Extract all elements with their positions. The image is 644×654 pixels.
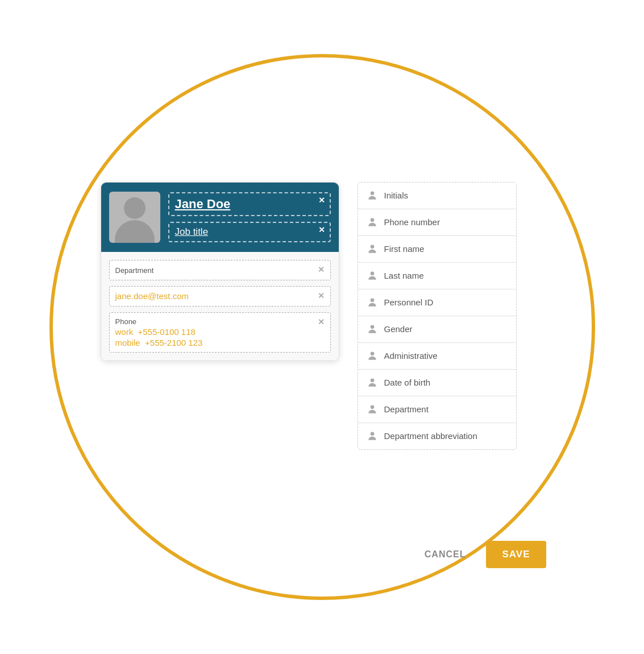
avatar-body — [115, 220, 155, 243]
person-icon — [366, 430, 379, 442]
svg-point-9 — [370, 432, 374, 436]
email-field[interactable]: jane.doe@test.com ✕ — [109, 286, 331, 307]
person-icon — [366, 350, 379, 362]
phone-work: work +555-0100 118 — [115, 327, 314, 337]
field-option-department-abbreviation[interactable]: Department abbreviation — [358, 423, 516, 449]
name-close-icon[interactable]: ✕ — [318, 196, 325, 205]
person-icon — [366, 323, 379, 336]
job-title-field[interactable]: Job title ✕ — [168, 222, 331, 242]
svg-point-1 — [370, 218, 374, 222]
name-text: Jane Doe — [175, 197, 231, 211]
field-option-phone-number[interactable]: Phone number — [358, 209, 516, 236]
person-icon — [366, 216, 379, 229]
outer-circle: Jane Doe ✕ Job title ✕ Department ✕ jane… — [49, 54, 595, 600]
department-close-icon[interactable]: ✕ — [318, 265, 325, 274]
fields-panel: Initials Phone number First name Last na… — [358, 182, 517, 450]
phone-label: Phone — [115, 317, 314, 326]
phone-work-prefix: work — [115, 327, 134, 337]
avatar-head — [124, 197, 146, 219]
cancel-button[interactable]: CANCEL — [413, 543, 477, 566]
svg-point-7 — [370, 378, 374, 382]
field-option-first-name[interactable]: First name — [358, 236, 516, 263]
phone-values: work +555-0100 118 mobile +555-2100 123 — [115, 327, 314, 347]
svg-point-0 — [370, 191, 374, 195]
bottom-bar: CANCEL SAVE — [413, 541, 546, 568]
svg-point-2 — [370, 245, 374, 249]
field-option-label-0: Initials — [384, 191, 409, 200]
person-icon — [366, 243, 379, 255]
field-option-administrative[interactable]: Administrative — [358, 343, 516, 370]
field-option-initials[interactable]: Initials — [358, 183, 516, 209]
job-title-text: Job title — [175, 226, 209, 237]
person-icon — [366, 296, 379, 309]
field-option-label-9: Department abbreviation — [384, 431, 477, 441]
avatar-person — [109, 192, 160, 243]
person-icon — [366, 403, 379, 416]
content-area: Jane Doe ✕ Job title ✕ Department ✕ jane… — [101, 182, 544, 450]
email-value: jane.doe@test.com — [115, 291, 189, 301]
field-option-label-8: Department — [384, 404, 429, 414]
field-option-date-of-birth[interactable]: Date of birth — [358, 370, 516, 396]
phone-mobile: mobile +555-2100 123 — [115, 338, 314, 347]
field-option-label-4: Personnel ID — [384, 297, 434, 307]
svg-point-3 — [370, 271, 374, 275]
id-card-body: Department ✕ jane.doe@test.com ✕ Phone w… — [101, 252, 339, 361]
avatar — [109, 192, 160, 243]
svg-point-5 — [370, 325, 374, 329]
person-icon — [366, 189, 379, 202]
svg-point-4 — [370, 298, 374, 302]
field-option-label-3: Last name — [384, 271, 424, 280]
svg-point-8 — [370, 405, 374, 409]
field-option-label-1: Phone number — [384, 217, 440, 227]
department-field[interactable]: Department ✕ — [109, 260, 331, 280]
id-card: Jane Doe ✕ Job title ✕ Department ✕ jane… — [101, 182, 339, 361]
name-field[interactable]: Jane Doe ✕ — [168, 192, 331, 216]
save-button[interactable]: SAVE — [486, 541, 546, 568]
svg-point-6 — [370, 351, 374, 355]
job-title-close-icon[interactable]: ✕ — [318, 225, 325, 234]
phone-work-number: +555-0100 118 — [138, 327, 196, 337]
person-icon — [366, 270, 379, 282]
field-option-label-6: Administrative — [384, 351, 438, 361]
field-option-label-2: First name — [384, 244, 425, 254]
field-option-department[interactable]: Department — [358, 396, 516, 423]
field-option-last-name[interactable]: Last name — [358, 263, 516, 289]
header-fields: Jane Doe ✕ Job title ✕ — [168, 192, 331, 242]
field-option-label-7: Date of birth — [384, 378, 431, 387]
department-label: Department — [115, 266, 154, 275]
email-close-icon[interactable]: ✕ — [318, 291, 325, 300]
phone-close-icon[interactable]: ✕ — [318, 317, 325, 326]
field-option-personnel-id[interactable]: Personnel ID — [358, 289, 516, 316]
field-option-gender[interactable]: Gender — [358, 316, 516, 343]
id-card-header: Jane Doe ✕ Job title ✕ — [101, 183, 339, 252]
person-icon — [366, 376, 379, 389]
phone-mobile-prefix: mobile — [115, 338, 140, 347]
phone-mobile-number: +555-2100 123 — [145, 338, 202, 347]
phone-field[interactable]: Phone work +555-0100 118 mobile +555-210… — [109, 312, 331, 353]
field-option-label-5: Gender — [384, 324, 413, 334]
